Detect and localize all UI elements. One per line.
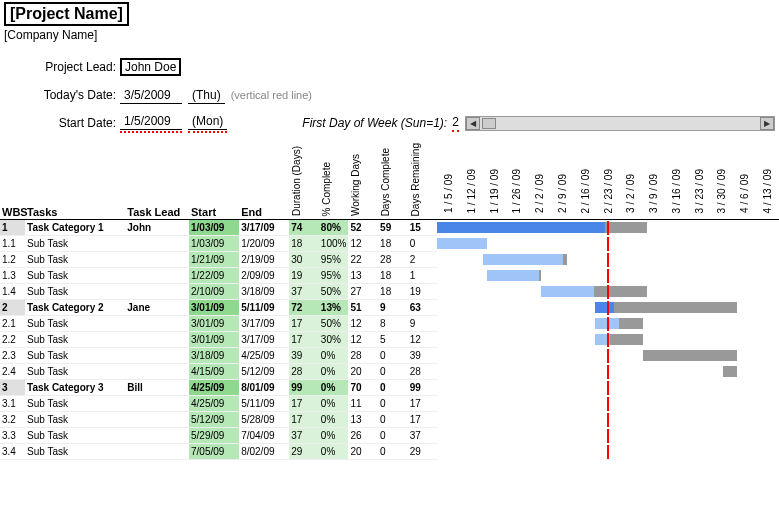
cell[interactable]: 3.1 <box>0 396 25 412</box>
table-row[interactable]: 3Task Category 3Bill4/25/098/01/09990%70… <box>0 380 779 396</box>
cell[interactable] <box>125 284 189 300</box>
cell[interactable]: 2.2 <box>0 332 25 348</box>
cell[interactable]: 1/22/09 <box>189 268 239 284</box>
cell[interactable]: 1 <box>408 268 438 284</box>
table-row[interactable]: 2.2Sub Task3/01/093/17/091730%12512 <box>0 332 779 348</box>
cell[interactable]: 63 <box>408 300 438 316</box>
date-scrollbar[interactable]: ◀ ▶ <box>465 116 775 131</box>
cell[interactable]: 1/20/09 <box>239 236 289 252</box>
table-row[interactable]: 2.4Sub Task4/15/095/12/09280%20028 <box>0 364 779 380</box>
table-row[interactable]: 1.1Sub Task1/03/091/20/0918100%12180 <box>0 236 779 252</box>
cell[interactable]: 0 <box>378 364 408 380</box>
cell[interactable]: 37 <box>289 428 319 444</box>
cell[interactable]: 9 <box>378 300 408 316</box>
cell[interactable]: 12 <box>348 332 378 348</box>
cell[interactable]: 5/12/09 <box>189 412 239 428</box>
cell[interactable]: 8/01/09 <box>239 380 289 396</box>
cell[interactable]: 0 <box>378 380 408 396</box>
cell[interactable]: 3/18/09 <box>189 348 239 364</box>
cell[interactable]: 2 <box>0 300 25 316</box>
start-date-input[interactable]: 1/5/2009 <box>120 113 182 130</box>
cell[interactable]: 19 <box>289 268 319 284</box>
cell[interactable]: 3/01/09 <box>189 300 239 316</box>
cell[interactable]: 0 <box>378 412 408 428</box>
cell[interactable]: 20 <box>348 444 378 460</box>
cell[interactable]: 3/17/09 <box>239 220 289 236</box>
cell[interactable]: 28 <box>378 252 408 268</box>
cell[interactable]: 18 <box>378 236 408 252</box>
cell[interactable]: 0% <box>319 412 349 428</box>
cell[interactable]: 50% <box>319 284 349 300</box>
cell[interactable]: 1.4 <box>0 284 25 300</box>
cell[interactable]: 70 <box>348 380 378 396</box>
cell[interactable]: 13 <box>348 268 378 284</box>
cell[interactable]: Jane <box>125 300 189 316</box>
cell[interactable]: 17 <box>289 332 319 348</box>
cell[interactable]: 39 <box>408 348 438 364</box>
cell[interactable]: 3.2 <box>0 412 25 428</box>
cell[interactable]: Sub Task <box>25 236 125 252</box>
table-row[interactable]: 2.1Sub Task3/01/093/17/091750%1289 <box>0 316 779 332</box>
cell[interactable]: Sub Task <box>25 396 125 412</box>
cell[interactable]: 100% <box>319 236 349 252</box>
cell[interactable] <box>125 236 189 252</box>
cell[interactable]: 39 <box>289 348 319 364</box>
cell[interactable]: Sub Task <box>25 348 125 364</box>
cell[interactable]: 0 <box>378 428 408 444</box>
cell[interactable]: 1.2 <box>0 252 25 268</box>
cell[interactable]: 74 <box>289 220 319 236</box>
cell[interactable]: 99 <box>289 380 319 396</box>
cell[interactable]: 0 <box>378 444 408 460</box>
cell[interactable]: 4/25/09 <box>189 380 239 396</box>
cell[interactable]: 0% <box>319 364 349 380</box>
cell[interactable]: Sub Task <box>25 364 125 380</box>
cell[interactable]: 30% <box>319 332 349 348</box>
project-lead-input[interactable]: John Doe <box>120 58 181 76</box>
cell[interactable]: 17 <box>289 396 319 412</box>
cell[interactable]: 2.4 <box>0 364 25 380</box>
cell[interactable]: Sub Task <box>25 332 125 348</box>
cell[interactable]: 22 <box>348 252 378 268</box>
cell[interactable]: 52 <box>348 220 378 236</box>
cell[interactable]: 3/01/09 <box>189 332 239 348</box>
cell[interactable]: Task Category 2 <box>25 300 125 316</box>
cell[interactable]: 0 <box>378 348 408 364</box>
cell[interactable]: 59 <box>378 220 408 236</box>
cell[interactable]: 15 <box>408 220 438 236</box>
cell[interactable]: 95% <box>319 252 349 268</box>
cell[interactable]: 12 <box>408 332 438 348</box>
table-row[interactable]: 3.3Sub Task5/29/097/04/09370%26037 <box>0 428 779 444</box>
cell[interactable]: Task Category 3 <box>25 380 125 396</box>
cell[interactable]: 18 <box>289 236 319 252</box>
cell[interactable] <box>125 332 189 348</box>
cell[interactable]: 3/17/09 <box>239 332 289 348</box>
cell[interactable]: 13% <box>319 300 349 316</box>
cell[interactable]: 50% <box>319 316 349 332</box>
cell[interactable]: 72 <box>289 300 319 316</box>
cell[interactable] <box>125 364 189 380</box>
cell[interactable]: 9 <box>408 316 438 332</box>
cell[interactable]: 1/03/09 <box>189 236 239 252</box>
cell[interactable]: 0 <box>408 236 438 252</box>
table-row[interactable]: 3.2Sub Task5/12/095/28/09170%13017 <box>0 412 779 428</box>
cell[interactable]: 12 <box>348 316 378 332</box>
cell[interactable]: 7/05/09 <box>189 444 239 460</box>
cell[interactable]: 4/25/09 <box>189 396 239 412</box>
cell[interactable]: Sub Task <box>25 412 125 428</box>
cell[interactable]: 0% <box>319 428 349 444</box>
cell[interactable]: 28 <box>408 364 438 380</box>
cell[interactable]: 80% <box>319 220 349 236</box>
cell[interactable]: John <box>125 220 189 236</box>
cell[interactable]: 5/11/09 <box>239 396 289 412</box>
cell[interactable] <box>125 412 189 428</box>
cell[interactable]: 0% <box>319 396 349 412</box>
cell[interactable]: 12 <box>348 236 378 252</box>
cell[interactable]: 3.3 <box>0 428 25 444</box>
cell[interactable]: 1.3 <box>0 268 25 284</box>
cell[interactable]: 1.1 <box>0 236 25 252</box>
cell[interactable]: 19 <box>408 284 438 300</box>
cell[interactable]: 2 <box>408 252 438 268</box>
cell[interactable]: 28 <box>289 364 319 380</box>
cell[interactable]: 5/12/09 <box>239 364 289 380</box>
cell[interactable]: 11 <box>348 396 378 412</box>
